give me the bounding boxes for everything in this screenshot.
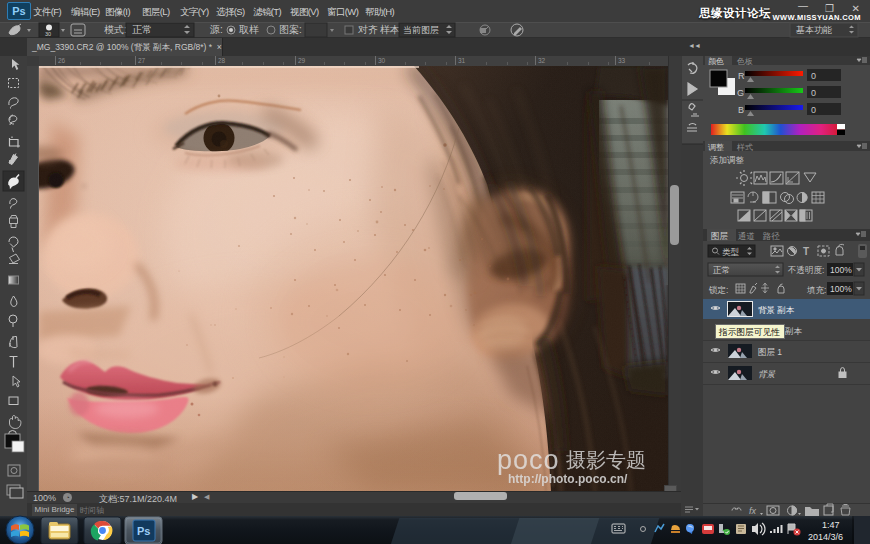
svg-text:1:47: 1:47: [822, 520, 840, 530]
svg-text:类型: 类型: [722, 247, 740, 257]
svg-text:摄影专题: 摄影专题: [566, 449, 646, 471]
svg-text:100%: 100%: [830, 284, 852, 294]
svg-text:副本: 副本: [785, 326, 803, 336]
svg-text:30: 30: [378, 57, 386, 64]
svg-text:图层 1: 图层 1: [758, 347, 782, 357]
svg-text:色板: 色板: [736, 57, 753, 66]
svg-text:背景 副本: 背景 副本: [758, 305, 795, 315]
svg-text:调整: 调整: [708, 143, 724, 152]
svg-text:源:: 源:: [209, 24, 223, 35]
svg-text:颜色: 颜色: [708, 57, 724, 66]
svg-text:0: 0: [811, 105, 816, 115]
svg-text:正常: 正常: [713, 265, 730, 275]
svg-text:当前图层: 当前图层: [403, 25, 439, 35]
svg-text:路径: 路径: [762, 231, 781, 241]
svg-text:锁定:: 锁定:: [708, 285, 728, 295]
svg-text:poco: poco: [497, 445, 560, 475]
svg-text:0: 0: [811, 71, 816, 81]
svg-text:31: 31: [458, 57, 466, 64]
svg-text:B: B: [738, 105, 744, 115]
svg-text:0: 0: [811, 88, 816, 98]
svg-text:http://photo.poco.cn/: http://photo.poco.cn/: [508, 472, 628, 486]
svg-text:取样: 取样: [239, 24, 259, 35]
svg-text:通道: 通道: [738, 231, 755, 241]
svg-text:2014/3/6: 2014/3/6: [808, 532, 843, 542]
svg-text:填充:: 填充:: [806, 285, 826, 295]
svg-text:27: 27: [138, 57, 146, 64]
svg-text:28: 28: [218, 57, 226, 64]
svg-text:背景: 背景: [758, 369, 777, 379]
svg-text:正常: 正常: [132, 24, 152, 35]
svg-text:29: 29: [298, 57, 306, 64]
svg-text:30: 30: [45, 31, 51, 37]
svg-text:Ps: Ps: [137, 525, 150, 537]
svg-text:G: G: [737, 88, 744, 98]
svg-text:样式: 样式: [736, 143, 753, 152]
svg-text:图案:: 图案:: [279, 24, 302, 35]
svg-text:指示图层可见性: 指示图层可见性: [718, 327, 780, 337]
svg-text:T: T: [803, 246, 809, 257]
svg-text:R: R: [738, 71, 745, 81]
svg-text:32: 32: [538, 57, 546, 64]
svg-text:33: 33: [618, 57, 626, 64]
svg-text:100%: 100%: [830, 265, 852, 275]
svg-text:模式:: 模式:: [104, 24, 127, 35]
svg-text:基本功能: 基本功能: [796, 25, 832, 35]
svg-text:对齐: 对齐: [358, 24, 378, 35]
svg-text:26: 26: [58, 57, 66, 64]
svg-text:添加调整: 添加调整: [710, 155, 745, 165]
svg-text:不透明度:: 不透明度:: [787, 265, 824, 275]
svg-text:图层: 图层: [711, 231, 729, 241]
